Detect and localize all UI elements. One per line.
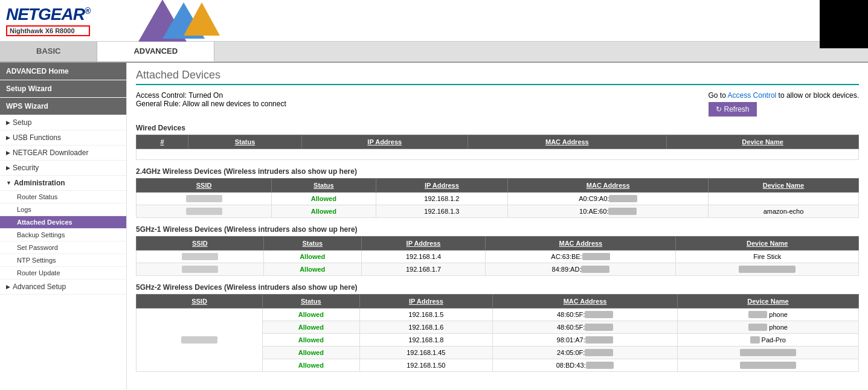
refresh-label: Refresh <box>724 105 750 113</box>
tab-bar: BASIC ADVANCED <box>0 42 868 63</box>
wired-col-name[interactable]: Device Name <box>667 135 859 149</box>
wired-col-hash[interactable]: # <box>137 135 188 149</box>
header: NETGEAR® Nighthawk X6 R8000 <box>0 0 868 42</box>
table-row <box>137 149 859 160</box>
col-mac[interactable]: MAC Address <box>508 179 709 193</box>
col-ip[interactable]: IP Address <box>361 237 486 251</box>
arrow-icon: ▶ <box>6 284 10 290</box>
status-cell: Allowed <box>263 251 361 263</box>
table-row: Allowed 192.168.1.2 A0:C9:A0:██████ <box>137 193 859 205</box>
table-row: Allowed 192.168.1.7 84:89:AD:██████ ████… <box>137 263 859 276</box>
ssid-blurred <box>186 195 222 202</box>
wireless-5g2-table: SSID Status IP Address MAC Address Devic… <box>136 294 859 372</box>
sidebar-item-admin-label: Administration <box>14 179 65 187</box>
col-ip[interactable]: IP Address <box>376 179 508 193</box>
arrow-icon: ▶ <box>6 120 10 126</box>
sidebar-btn-advanced-home[interactable]: ADVANCED Home <box>0 63 126 80</box>
header-graphic <box>132 5 223 36</box>
sidebar: ADVANCED Home Setup Wizard WPS Wizard ▶ … <box>0 63 127 390</box>
sidebar-item-security[interactable]: ▶ Security <box>0 161 126 176</box>
access-control-bar: Access Control: Turned On General Rule: … <box>136 91 859 117</box>
col-ip[interactable]: IP Address <box>359 295 492 308</box>
sidebar-sub-attached-devices[interactable]: Attached Devices <box>0 216 126 229</box>
col-ssid[interactable]: SSID <box>137 295 263 308</box>
sidebar-sub-router-status[interactable]: Router Status <box>0 191 126 203</box>
sidebar-item-usb-functions[interactable]: ▶ USB Functions <box>0 130 126 145</box>
wired-devices-table: # Status IP Address MAC Address Device N… <box>136 135 859 160</box>
ip-cell: 192.168.1.7 <box>361 263 486 276</box>
col-name[interactable]: Device Name <box>677 295 858 308</box>
sidebar-item-security-label: Security <box>13 164 39 172</box>
access-link-area: Go to Access Control to allow or block d… <box>709 91 859 117</box>
wireless-5g1-table: SSID Status IP Address MAC Address Devic… <box>136 236 859 276</box>
arrow-icon: ▶ <box>6 150 10 156</box>
status-cell: Allowed <box>263 347 360 359</box>
device-name-cell: ████ phone <box>677 321 858 334</box>
mac-cell: 48:60:5F:██████ <box>493 321 678 334</box>
ssid-blurred <box>181 336 217 344</box>
mac-cell: 24:05:0F:██████ <box>493 347 678 359</box>
arrow-icon: ▶ <box>6 135 10 141</box>
col-status[interactable]: Status <box>272 179 376 193</box>
col-ssid[interactable]: SSID <box>137 237 264 251</box>
mac-cell: A0:C9:A0:██████ <box>508 193 709 205</box>
table-row: Allowed 192.168.1.4 AC:63:BE:██████ Fire… <box>137 251 859 263</box>
refresh-button[interactable]: ↻ Refresh <box>709 102 757 117</box>
ip-cell: 192.168.1.6 <box>359 321 492 334</box>
arrow-icon: ▶ <box>6 165 10 171</box>
refresh-icon: ↻ <box>716 105 722 113</box>
mac-cell: 84:89:AD:██████ <box>486 263 676 276</box>
device-name-cell <box>709 193 859 205</box>
device-name-cell: ████████████ <box>677 347 858 359</box>
sidebar-item-downloader-label: NETGEAR Downloader <box>13 149 88 157</box>
ssid-blurred <box>182 266 218 273</box>
sidebar-btn-wps-wizard[interactable]: WPS Wizard <box>0 98 126 115</box>
sidebar-sub-logs[interactable]: Logs <box>0 203 126 216</box>
status-cell: Allowed <box>263 308 360 321</box>
mac-cell: 08:BD:43:██████ <box>493 359 678 372</box>
tab-basic[interactable]: BASIC <box>0 42 97 62</box>
col-mac[interactable]: MAC Address <box>486 237 676 251</box>
table-row: Allowed 192.168.1.5 48:60:5F:██████ ████… <box>137 308 859 321</box>
col-name[interactable]: Device Name <box>709 179 859 193</box>
col-status[interactable]: Status <box>263 295 360 308</box>
sidebar-sub-router-update[interactable]: Router Update <box>0 267 126 280</box>
sidebar-item-setup[interactable]: ▶ Setup <box>0 115 126 130</box>
wired-col-ip[interactable]: IP Address <box>302 135 468 149</box>
ip-cell: 192.168.1.3 <box>376 205 508 218</box>
sidebar-item-netgear-downloader[interactable]: ▶ NETGEAR Downloader <box>0 145 126 161</box>
tab-advanced[interactable]: ADVANCED <box>97 42 214 62</box>
col-ssid[interactable]: SSID <box>137 179 272 193</box>
sidebar-item-advanced-setup[interactable]: ▶ Advanced Setup <box>0 280 126 295</box>
col-name[interactable]: Device Name <box>676 237 859 251</box>
wired-col-status[interactable]: Status <box>188 135 301 149</box>
access-status: Access Control: Turned On <box>136 91 286 100</box>
mac-cell: 10:AE:60:██████ <box>508 205 709 218</box>
sidebar-sub-set-password[interactable]: Set Password <box>0 241 126 254</box>
col-mac[interactable]: MAC Address <box>493 295 678 308</box>
sidebar-sub-ntp-settings[interactable]: NTP Settings <box>0 254 126 267</box>
wireless-5g2-section-title: 5GHz-2 Wireless Devices (Wireless intrud… <box>136 283 859 292</box>
device-name-cell: ██ Pad-Pro <box>677 334 858 347</box>
sidebar-btn-setup-wizard[interactable]: Setup Wizard <box>0 80 126 97</box>
device-name-cell: ████ phone <box>677 308 858 321</box>
ip-cell: 192.168.1.50 <box>359 359 492 372</box>
wireless-24-table: SSID Status IP Address MAC Address Devic… <box>136 178 859 218</box>
device-name-cell: amazon-echo <box>709 205 859 218</box>
sidebar-item-setup-label: Setup <box>13 118 31 127</box>
wireless-24-section-title: 2.4GHz Wireless Devices (Wireless intrud… <box>136 167 859 176</box>
col-status[interactable]: Status <box>263 237 361 251</box>
status-cell: Allowed <box>263 263 361 276</box>
black-box <box>820 0 868 48</box>
device-name-cell: Fire Stick <box>676 251 859 263</box>
main-layout: ADVANCED Home Setup Wizard WPS Wizard ▶ … <box>0 63 868 390</box>
access-control-link[interactable]: Access Control <box>728 91 777 100</box>
sidebar-sub-backup-settings[interactable]: Backup Settings <box>0 229 126 241</box>
wireless-5g1-section-title: 5GHz-1 Wireless Devices (Wireless intrud… <box>136 225 859 234</box>
sidebar-item-administration[interactable]: ▼ Administration <box>0 176 126 191</box>
content-area: Attached Devices Access Control: Turned … <box>127 63 868 390</box>
wired-col-mac[interactable]: MAC Address <box>468 135 667 149</box>
device-name-cell: ████████████ <box>677 359 858 372</box>
mac-cell: 48:60:5F:██████ <box>493 308 678 321</box>
general-rule: General Rule: Allow all new devices to c… <box>136 100 286 108</box>
